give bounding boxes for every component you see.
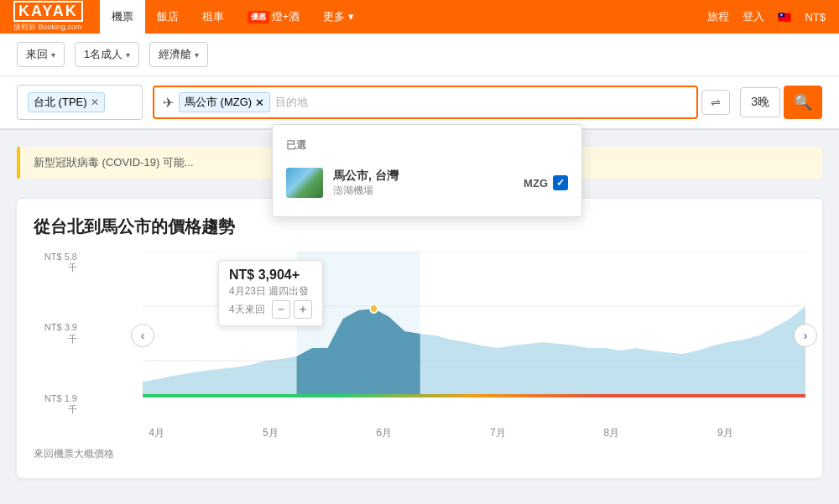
chart-prev-button[interactable]: ‹ <box>131 324 154 347</box>
x-label-aug: 8月 <box>603 426 619 440</box>
nav-more[interactable]: 更多 ▾ <box>311 0 366 34</box>
price-trend-section: 從台北到馬公市的價格趨勢 NT$ 3,904+ 4月23日 週四出發 4天來回 … <box>17 199 822 478</box>
y-label-high: NT$ 5.8 千 <box>44 252 77 273</box>
trips-link[interactable]: 旅程 <box>707 9 729 24</box>
destination-placeholder: 目的地 <box>275 95 308 110</box>
plus-button[interactable]: ＋ <box>294 300 312 319</box>
chart-next-button[interactable]: › <box>794 324 817 347</box>
chart-x-labels: 4月 5月 6月 7月 8月 9月 <box>100 419 805 440</box>
from-tag: 台北 (TPE) ✕ <box>28 92 105 112</box>
filter-bar: 來回 ▾ 1名成人 ▾ 經濟艙 ▾ <box>0 34 839 76</box>
x-label-jun: 6月 <box>376 426 392 440</box>
chart-note: 來回機票大概價格 <box>34 447 805 461</box>
airport-sub: 澎湖機場 <box>333 184 513 198</box>
main-nav: 機票 飯店 租車 優惠 燈+酒 更多 ▾ <box>100 0 366 34</box>
section-title: 從台北到馬公市的價格趨勢 <box>34 216 805 238</box>
flag-icon: 🇹🇼 <box>778 11 791 23</box>
search-bar: 台北 (TPE) ✕ ✈ 馬公市 (MZG) ✕ 目的地 已選 馬公市, 台灣 … <box>0 76 839 130</box>
header-right: 旅程 登入 🇹🇼 NT$ <box>707 9 826 24</box>
logo-area: KAYAK 捷程於 Booking.com <box>13 1 83 34</box>
cabin-class-filter[interactable]: 經濟艙 ▾ <box>149 42 208 67</box>
x-label-jul: 7月 <box>490 426 506 440</box>
to-tag: 馬公市 (MZG) ✕ <box>179 92 270 112</box>
days-control: － ＋ <box>272 300 312 319</box>
minus-button[interactable]: － <box>272 300 290 319</box>
airport-dropdown: 已選 馬公市, 台灣 澎湖機場 MZG ✓ <box>272 124 582 217</box>
chevron-down-icon: ▾ <box>195 50 199 60</box>
plane-icon: ✈ <box>163 95 174 111</box>
nav-cars[interactable]: 租車 <box>190 0 236 34</box>
airport-thumbnail <box>286 168 323 198</box>
kayak-logo: KAYAK <box>13 1 83 23</box>
x-label-sep: 9月 <box>717 426 733 440</box>
callout-date: 4月23日 週四出發 <box>229 284 312 299</box>
x-label-may: 5月 <box>263 426 279 440</box>
nav-deals[interactable]: 優惠 燈+酒 <box>236 0 312 34</box>
price-callout: NT$ 3,904+ 4月23日 週四出發 4天來回 － ＋ <box>218 260 323 326</box>
y-label-mid: NT$ 3.9 千 <box>44 322 77 344</box>
nav-hotels[interactable]: 飯店 <box>145 0 190 34</box>
dropdown-airport-item[interactable]: 馬公市, 台灣 澎湖機場 MZG ✓ <box>273 159 581 206</box>
search-button[interactable]: 🔍 <box>784 86 822 119</box>
dropdown-section-title: 已選 <box>273 135 581 159</box>
deals-badge: 優惠 <box>248 11 269 23</box>
login-link[interactable]: 登入 <box>743 9 764 24</box>
selected-check-icon: ✓ <box>553 175 568 190</box>
airport-info: 馬公市, 台灣 澎湖機場 <box>333 169 513 198</box>
svg-point-7 <box>370 304 378 313</box>
chevron-down-icon: ▾ <box>126 50 130 60</box>
airport-name: 馬公市, 台灣 <box>333 169 513 184</box>
search-icon: 🔍 <box>794 93 812 112</box>
remove-from-icon[interactable]: ✕ <box>91 96 99 108</box>
passengers-filter[interactable]: 1名成人 ▾ <box>75 42 139 67</box>
header: KAYAK 捷程於 Booking.com 機票 飯店 租車 優惠 燈+酒 更多… <box>0 0 839 34</box>
swap-arrows-button[interactable]: ⇌ <box>701 90 730 115</box>
chevron-down-icon: ▾ <box>51 50 55 60</box>
nights-field: 3晚 <box>740 87 780 117</box>
trip-type-filter[interactable]: 來回 ▾ <box>17 42 65 67</box>
currency-label[interactable]: NT$ <box>805 11 826 23</box>
y-label-low: NT$ 1.9 千 <box>44 393 77 415</box>
airport-code: MZG ✓ <box>524 175 568 190</box>
x-label-apr: 4月 <box>149 426 164 440</box>
callout-return: 4天來回 － ＋ <box>229 300 312 319</box>
nav-flights[interactable]: 機票 <box>100 0 145 34</box>
from-field[interactable]: 台北 (TPE) ✕ <box>17 85 143 120</box>
chart-y-labels: NT$ 5.8 千 NT$ 3.9 千 NT$ 1.9 千 <box>34 252 84 415</box>
partner-text: 捷程於 Booking.com <box>13 22 82 33</box>
to-field[interactable]: ✈ 馬公市 (MZG) ✕ 目的地 已選 馬公市, 台灣 澎湖機場 MZG ✓ <box>153 86 698 119</box>
remove-to-icon[interactable]: ✕ <box>255 96 264 109</box>
callout-price: NT$ 3,904+ <box>229 268 312 283</box>
svg-rect-8 <box>143 394 805 397</box>
